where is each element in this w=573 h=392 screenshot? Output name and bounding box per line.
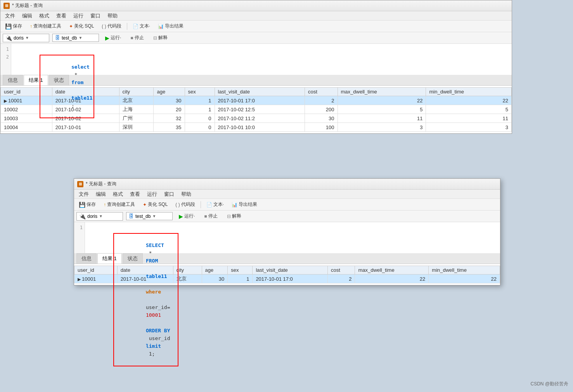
menu-view-2[interactable]: 查看 <box>127 190 143 199</box>
build-tool-button-1[interactable]: ↑ 查询创建工具 <box>28 22 64 30</box>
code-snippet-button-2[interactable]: ( ) 代码段 <box>173 200 197 209</box>
window1-title: * 无标题 - 查询 <box>12 2 43 9</box>
text-icon-1: 📄 <box>133 24 138 29</box>
col-cost-1: cost <box>305 88 338 96</box>
explain-button-2[interactable]: ⊟ 解释 <box>224 212 244 220</box>
text-button-1[interactable]: 📄 文本· <box>130 22 152 30</box>
col-city-1: city <box>119 88 154 96</box>
menu-file-1[interactable]: 文件 <box>2 12 18 20</box>
explain-button-1[interactable]: ⊟ 解释 <box>150 34 171 42</box>
editor-2[interactable]: 1 SELECT * FROM table11 where user_id= 1… <box>74 222 500 253</box>
explain-label-2: 解释 <box>232 213 241 219</box>
conn-arrow-1: ▼ <box>25 36 29 40</box>
toolbar-separator <box>127 23 127 30</box>
watermark: CSDN @勤径苦舟 <box>530 381 568 387</box>
code-icon-1: ( ) <box>102 24 106 29</box>
menu-window-1[interactable]: 窗口 <box>87 12 104 20</box>
menu-edit-2[interactable]: 编辑 <box>93 190 109 199</box>
explain-icon-2: ⊟ <box>227 214 231 219</box>
database-dropdown-1[interactable]: 🗄 test_db ▼ <box>52 34 99 42</box>
run-icon-1: ▶ <box>105 35 109 41</box>
menu-help-1[interactable]: 帮助 <box>104 12 121 20</box>
save-icon-2: 💾 <box>79 202 85 208</box>
code-snippet-button-1[interactable]: ( ) 代码段 <box>99 22 123 30</box>
build-label-1: 查询创建工具 <box>33 23 61 29</box>
conn-name-2: doris <box>87 214 97 219</box>
code-label-2: 代码段 <box>181 201 195 208</box>
export-button-2[interactable]: 📊 导出结果 <box>229 200 260 209</box>
save-button-1[interactable]: 💾 保存 <box>3 22 24 30</box>
run-button-1[interactable]: ▶ 运行· <box>102 34 124 42</box>
menu-window-2[interactable]: 窗口 <box>161 190 177 199</box>
code-line1-1: select * from table11 ; <box>15 47 509 55</box>
conn-bar-2: 🔌 doris ▼ 🗄 test_db ▼ ▶ 运行· ■ 停止 ⊟ 解释 <box>74 211 500 222</box>
col2-sex: sex <box>228 266 253 275</box>
menu-edit-1[interactable]: 编辑 <box>19 12 35 20</box>
toolbar-2: 💾 保存 ↑ 查询创建工具 ✦ 美化 SQL ( ) 代码段 📄 文本· 📊 导… <box>74 199 500 211</box>
code-label-1: 代码段 <box>107 23 121 29</box>
tab-info-2[interactable]: 信息 <box>76 253 97 264</box>
save-label-1: 保存 <box>13 23 22 29</box>
menu-format-1[interactable]: 格式 <box>36 12 52 20</box>
editor-1[interactable]: 1 2 select * from table11 ; <box>0 44 512 75</box>
connection-dropdown-1[interactable]: 🔌 doris ▼ <box>3 34 49 42</box>
window1: ⊞ * 无标题 - 查询 文件 编辑 格式 查看 运行 窗口 帮助 💾 保存 ↑… <box>0 0 512 134</box>
col2-lastvisit: last_visit_date <box>253 266 328 275</box>
code-line1-2: SELECT * FROM table11 where user_id= 100… <box>89 225 497 233</box>
stop-label-2: 停止 <box>208 213 218 219</box>
conn-icon-2: 🔌 <box>79 213 86 219</box>
menu-bar-2: 文件 编辑 格式 查看 运行 窗口 帮助 <box>74 190 500 199</box>
run-icon-2: ▶ <box>179 213 183 219</box>
col2-mindwell: min_dwell_time <box>429 266 500 275</box>
col-mindwell-1: min_dwell_time <box>426 88 512 96</box>
menu-view-1[interactable]: 查看 <box>53 12 69 20</box>
toolbar-1: 💾 保存 ↑ 查询创建工具 ✦ 美化 SQL ( ) 代码段 📄 文本· 📊 导… <box>0 21 512 32</box>
menu-run-2[interactable]: 运行 <box>144 190 160 199</box>
col-age-1: age <box>154 88 185 96</box>
menu-bar-1: 文件 编辑 格式 查看 运行 窗口 帮助 <box>0 11 512 21</box>
app-icon-2: ⊞ <box>77 181 83 187</box>
stop-icon-1: ■ <box>130 35 133 41</box>
toolbar-separator-2 <box>201 201 201 208</box>
db-arrow-2: ▼ <box>152 214 156 218</box>
save-icon-1: 💾 <box>5 23 12 29</box>
connection-dropdown-2[interactable]: 🔌 doris ▼ <box>76 212 123 221</box>
menu-run-1[interactable]: 运行 <box>70 12 87 20</box>
editor-content-2[interactable]: SELECT * FROM table11 where user_id= 100… <box>86 224 500 235</box>
code-icon-2: ( ) <box>175 202 180 207</box>
save-label-2: 保存 <box>87 201 96 208</box>
run-button-2[interactable]: ▶ 运行· <box>176 212 198 220</box>
db-name-1: test_db <box>62 35 77 41</box>
db-icon-2: 🗄 <box>129 213 134 219</box>
beautify-label-1: 美化 SQL <box>74 23 94 29</box>
table-row[interactable]: 10004 2017-10-01 深圳 35 0 2017-10-01 10:0… <box>1 123 512 132</box>
save-button-2[interactable]: 💾 保存 <box>76 200 98 209</box>
editor-content-1[interactable]: select * from table11 ; <box>12 45 512 64</box>
database-dropdown-2[interactable]: 🗄 test_db ▼ <box>126 212 173 220</box>
menu-format-2[interactable]: 格式 <box>110 190 126 199</box>
col-maxdwell-1: max_dwell_time <box>338 88 426 96</box>
app-icon-1: ⊞ <box>3 3 10 9</box>
stop-button-2[interactable]: ■ 停止 <box>201 212 220 220</box>
export-button-1[interactable]: 📊 导出结果 <box>156 22 186 30</box>
conn-icon-1: 🔌 <box>5 35 12 41</box>
stop-label-1: 停止 <box>135 35 144 41</box>
stop-button-1[interactable]: ■ 停止 <box>127 34 147 42</box>
tab-info-1[interactable]: 信息 <box>3 75 23 85</box>
text-label-1: 文本· <box>140 23 150 29</box>
build-tool-button-2[interactable]: ↑ 查询创建工具 <box>101 200 137 209</box>
explain-icon-1: ⊟ <box>153 35 157 41</box>
export-label-2: 导出结果 <box>239 201 257 208</box>
run-label-1: 运行· <box>111 35 121 41</box>
menu-help-2[interactable]: 帮助 <box>178 190 194 199</box>
text-button-2[interactable]: 📄 文本· <box>204 200 226 209</box>
col2-cost: cost <box>328 266 355 275</box>
build-icon-2: ↑ <box>104 202 106 207</box>
beautify-button-1[interactable]: ✦ 美化 SQL <box>67 22 96 30</box>
explain-label-1: 解释 <box>158 35 168 41</box>
line-gutter-1: 1 2 <box>0 44 11 75</box>
text-label-2: 文本· <box>213 201 224 208</box>
beautify-button-2[interactable]: ✦ 美化 SQL <box>140 200 170 209</box>
beautify-label-2: 美化 SQL <box>148 201 168 208</box>
menu-file-2[interactable]: 文件 <box>76 190 92 199</box>
